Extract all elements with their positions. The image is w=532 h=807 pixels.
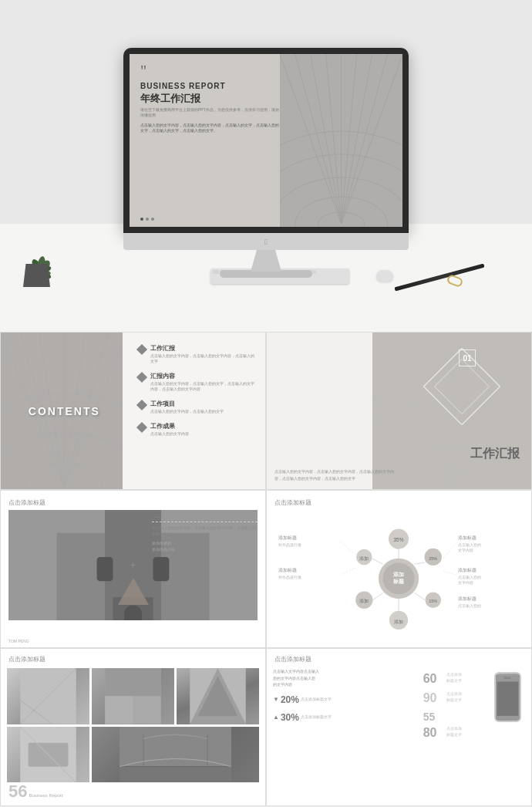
slide-text-area: " BUSINESS REPORT 年终工作汇报 请在空下载免费商用平台上获得的…	[130, 54, 293, 227]
num-90: 90	[423, 691, 437, 705]
svg-rect-95	[105, 696, 133, 724]
slide-navigation-dots	[140, 218, 154, 221]
stat-2-label: 点击添加标题文字	[301, 714, 332, 721]
svg-line-88	[340, 541, 355, 555]
content-item-2: 汇报内容 点击输入您的文字内容，点击输入您的文字，点击输入的文字内容，点击输入您…	[138, 372, 258, 392]
content-item-3-title: 工作项目	[150, 400, 258, 408]
svg-text:对作品进行推: 对作品进行推	[278, 542, 301, 547]
content-item-3: 工作项目 点击输入您的文字内容，点击输入您的文字	[138, 400, 258, 414]
svg-text:添加: 添加	[359, 599, 369, 603]
slide3-desc-line1: - - - - - - - - - - - - - -	[152, 514, 258, 522]
svg-line-89	[340, 568, 355, 575]
imac-chin: 	[123, 233, 409, 250]
stat-1-value: 20%	[281, 692, 299, 707]
content-item-2-title: 汇报内容	[150, 372, 258, 380]
diamond-icon-3	[136, 400, 147, 410]
dot-2	[146, 218, 149, 221]
slides-grid: CONTENTS 工作汇报 点击输入您的文字内容，点击输入您的文字内容，点击输入…	[0, 332, 532, 806]
imac-mockup: " BUSINESS REPORT 年终工作汇报 请在空下载免费商用平台上获得的…	[123, 48, 409, 278]
slide5-title: 点击添加标题	[8, 655, 45, 663]
photo-1	[7, 668, 89, 724]
slide3-author: TOM PENG	[8, 639, 29, 643]
svg-text:添加: 添加	[359, 556, 369, 561]
chart-container: 添加 标题 35% 25% 15% 添加 添加 添加	[271, 514, 527, 640]
imac-screen: " BUSINESS REPORT 年终工作汇报 请在空下载免费商用平台上获得的…	[123, 48, 409, 233]
svg-line-73	[372, 559, 383, 564]
stats-right: 60 点击添加标题文字 90 点击添加标题文字 55 80 点击添加标题文字	[419, 668, 525, 798]
contents-slide: CONTENTS 工作汇报 点击输入您的文字内容，点击输入您的文字内容，点击输入…	[0, 332, 266, 490]
content-item-1-text: 工作汇报 点击输入您的文字内容，点击输入您的文字内容，点击输入的文字	[150, 344, 258, 364]
arch-background	[280, 54, 402, 227]
diamond-icon-1	[136, 344, 147, 355]
stats-text: 点击输入文字内容点击输入您的文字内容点击输入您的文字内容	[273, 668, 415, 688]
svg-text:添加标题: 添加标题	[458, 535, 476, 540]
svg-text:文字内容: 文字内容	[458, 548, 473, 552]
slide-display: " BUSINESS REPORT 年终工作汇报 请在空下载免费商用平台上获得的…	[130, 54, 402, 227]
content-item-2-desc: 点击输入您的文字内容，点击输入您的文字，点击输入的文字内容，点击输入您的文字内容	[150, 381, 258, 392]
slide2-number: 01	[459, 349, 476, 366]
svg-rect-51	[153, 557, 170, 581]
slide3-label1: 添加作者的	[152, 540, 258, 546]
content-item-3-text: 工作项目 点击输入您的文字内容，点击输入您的文字	[150, 400, 258, 414]
architecture-slide: 点击添加标题 + - - - - - -	[0, 490, 266, 648]
photo-grid-slide: 点击添加标题	[0, 648, 266, 806]
dot-1	[140, 218, 143, 221]
content-item-4-desc: 点击输入您的文字内容	[150, 431, 258, 437]
svg-text:点击输入您的: 点击输入您的	[458, 542, 481, 547]
content-item-1-desc: 点击输入您的文字内容，点击输入您的文字内容，点击输入的文字	[150, 353, 258, 364]
slide3-text-content: 点击输入您的文字内容，点击输入您的文字内容，点击输入您的文字内容	[152, 525, 258, 537]
slide5-number: 56	[8, 782, 27, 802]
slide-preview: " BUSINESS REPORT 年终工作汇报 请在空下载免费商用平台上获得的…	[130, 54, 402, 227]
slide3-bottom-label: TOM PENG	[8, 639, 29, 643]
svg-text:25%: 25%	[429, 556, 437, 561]
slide-subtitle: 请在空下载免费商用平台上获得的PPT作品，为您仅供参考，仅供学习使用，请勿传播使…	[140, 107, 282, 118]
svg-text:35%: 35%	[394, 537, 404, 542]
slide3-label2: 添加作品介绍	[152, 546, 258, 552]
slide2-body: 点击输入您的文字内容，点击输入您的文字内容，点击输入您的文字内容，点击输入您的文…	[274, 468, 396, 481]
slide3-text: - - - - - - - - - - - - - - 点击输入您的文字内容，点…	[152, 514, 258, 552]
svg-text:添加标题: 添加标题	[278, 535, 297, 540]
svg-rect-108	[497, 682, 518, 716]
chart-slide: 点击添加标题 添加 标题 35% 25% 15% 添加 添加	[266, 490, 532, 648]
stats-area: 点击输入文字内容点击输入您的文字内容点击输入您的文字内容 ▼ 20% 点击添加标…	[273, 668, 525, 798]
diamond-icon-2	[136, 372, 147, 383]
triangle-overlay	[118, 578, 149, 605]
svg-line-72	[373, 593, 383, 599]
content-item-4-title: 工作成果	[150, 422, 258, 431]
svg-text:添加: 添加	[394, 620, 403, 624]
svg-rect-49	[124, 606, 142, 620]
stats-slide: 点击添加标题 点击输入文字内容点击输入您的文字内容点击输入您的文字内容 ▼ 20…	[266, 648, 532, 806]
slide6-title: 点击添加标题	[274, 655, 311, 663]
photo-4	[7, 727, 89, 783]
content-item-1-title: 工作汇报	[150, 344, 258, 353]
stat-1-label: 点击添加标题文字	[301, 697, 332, 703]
photo-grid	[7, 668, 259, 782]
svg-line-86	[443, 542, 457, 558]
top-section: " BUSINESS REPORT 年终工作汇报 请在空下载免费商用平台上获得的…	[0, 0, 532, 332]
photo-5-bridge	[92, 727, 259, 783]
pie-chart: 添加 标题 35% 25% 15% 添加 添加 添加	[271, 514, 527, 640]
plant-decoration	[23, 245, 50, 287]
contents-items: 工作汇报 点击输入您的文字内容，点击输入您的文字内容，点击输入的文字 汇报内容 …	[123, 333, 265, 489]
slide-title-en: BUSINESS REPORT	[140, 82, 282, 90]
slide-title-cn: 年终工作汇报	[140, 92, 282, 106]
apple-logo: 	[264, 238, 268, 246]
svg-rect-94	[105, 668, 161, 696]
phone-mockup	[494, 672, 521, 722]
slide2-title: 工作汇报	[470, 446, 520, 462]
diamond-icon-4	[136, 422, 147, 433]
content-item-3-desc: 点击输入您的文字内容，点击输入您的文字	[150, 409, 258, 414]
svg-line-69	[415, 562, 425, 564]
svg-rect-50	[97, 557, 113, 581]
phone-screen	[496, 674, 520, 721]
svg-rect-109	[504, 677, 511, 679]
svg-text:对作品进行推: 对作品进行推	[278, 575, 301, 579]
slide5-subtitle: Business Report	[29, 793, 62, 798]
num-60: 60	[423, 672, 437, 686]
work-report-slide: 01 工作汇报 点击输入您的文字内容，点击输入您的文字内容，点击输入您的文字内容…	[266, 332, 532, 490]
stat-2-value: 30%	[281, 710, 299, 725]
num-90-label: 点击添加标题文字	[446, 691, 462, 703]
svg-text:标题: 标题	[392, 578, 404, 585]
slide3-title: 点击添加标题	[8, 498, 45, 507]
slide-arch-image	[280, 54, 402, 227]
